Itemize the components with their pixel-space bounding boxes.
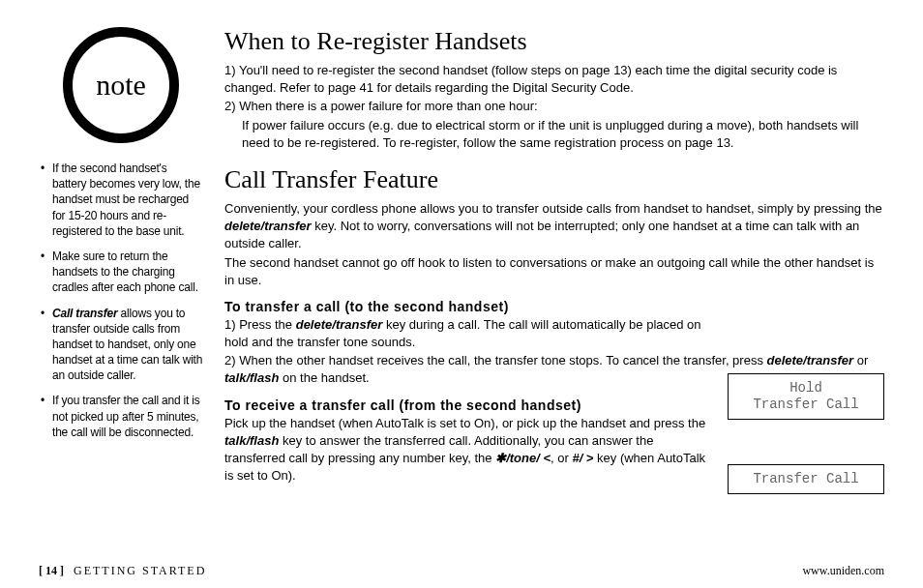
key-delete-transfer: delete/transfer — [296, 317, 383, 332]
body-paragraph: The second handset cannot go off hook to… — [224, 254, 884, 289]
sidebar-notes: If the second handset's battery becomes … — [39, 161, 203, 440]
list-item: If the second handset's battery becomes … — [39, 161, 203, 239]
list-item: If you transfer the call and it is not p… — [39, 393, 203, 440]
sidebar: note If the second handset's battery bec… — [39, 27, 203, 556]
footer-url: www.uniden.com — [802, 564, 884, 578]
heading-reregister: When to Re-register Handsets — [224, 27, 884, 56]
section-label: GETTING STARTED — [74, 564, 206, 577]
main-content: When to Re-register Handsets 1) You'll n… — [205, 27, 884, 556]
note-label: note — [96, 69, 146, 102]
body-paragraph: 1) Press the delete/transfer key during … — [224, 316, 715, 351]
note-icon: note — [63, 27, 179, 143]
page-footer: [ 14 ] GETTING STARTED www.uniden.com — [39, 562, 884, 578]
list-item: Make sure to return the handsets to the … — [39, 249, 203, 296]
body-paragraph: 2) When there is a power failure for mor… — [224, 98, 884, 115]
key-pound: #/ > — [572, 451, 593, 465]
key-talk-flash: talk/flash — [224, 370, 279, 385]
key-talk-flash: talk/flash — [224, 433, 279, 448]
body-paragraph: If power failure occurs (e.g. due to ele… — [224, 117, 884, 152]
lcd-display-hold: Hold Transfer Call — [728, 373, 884, 420]
page-number: [ 14 ] — [39, 564, 64, 577]
key-tone: ✱/tone/ < — [495, 451, 551, 465]
key-delete-transfer: delete/transfer — [767, 353, 854, 368]
lcd-display-transfer: Transfer Call — [728, 464, 884, 494]
list-item: Call transfer allows you to transfer out… — [39, 306, 203, 384]
key-delete-transfer: delete/transfer — [224, 219, 312, 233]
body-paragraph: 1) You'll need to re-register the second… — [224, 62, 884, 97]
heading-call-transfer: Call Transfer Feature — [224, 165, 884, 194]
body-paragraph: Pick up the handset (when AutoTalk is se… — [224, 415, 715, 485]
body-paragraph: Conveniently, your cordless phone allows… — [224, 200, 884, 253]
subheading-transfer: To transfer a call (to the second handse… — [224, 299, 884, 314]
